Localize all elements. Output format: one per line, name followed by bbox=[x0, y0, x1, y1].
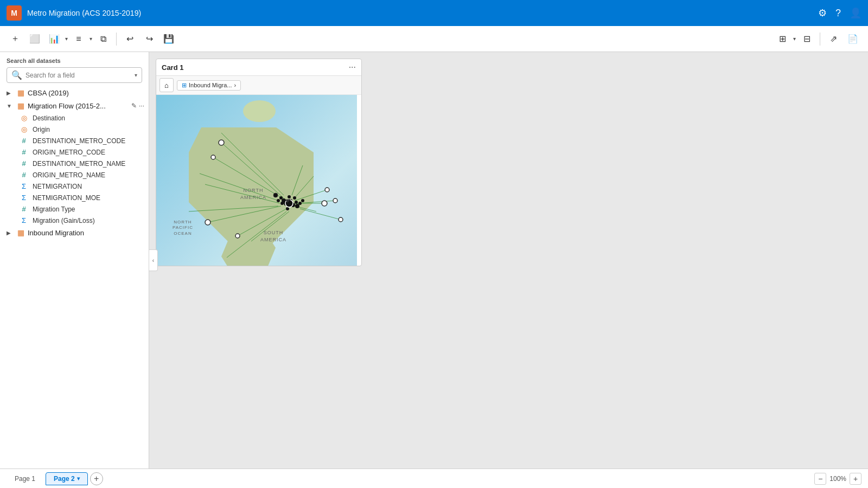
page1-tab[interactable]: Page 1 bbox=[7, 472, 43, 485]
svg-line-13 bbox=[221, 133, 284, 195]
svg-line-7 bbox=[295, 190, 327, 201]
bottombar: Page 1 Page 2 ▾ + − 100% + bbox=[0, 468, 868, 488]
netmigration-moe-label: NETMIGRATION_MOE bbox=[33, 194, 100, 202]
new-card-button[interactable]: ⬜ bbox=[26, 30, 43, 48]
undo-button[interactable]: ↩ bbox=[121, 30, 138, 48]
share-btn[interactable]: ⇗ bbox=[825, 30, 842, 48]
card-breadcrumb[interactable]: ⊞ Inbound Migra... › bbox=[177, 80, 241, 91]
card-menu-btn[interactable]: ··· bbox=[349, 62, 356, 72]
svg-point-38 bbox=[277, 199, 280, 202]
app-icon: M bbox=[7, 5, 22, 21]
field-migration-type[interactable]: # Migration Type bbox=[0, 203, 149, 215]
zoom-out-btn[interactable]: − bbox=[814, 473, 826, 485]
zoom-out-icon: − bbox=[818, 474, 822, 483]
svg-point-24 bbox=[273, 193, 278, 197]
new-button[interactable]: ＋ bbox=[7, 30, 24, 48]
layout-chevron[interactable]: ▾ bbox=[793, 36, 796, 42]
help-icon[interactable]: ? bbox=[835, 8, 841, 19]
chart-chevron[interactable]: ▾ bbox=[65, 36, 68, 42]
svg-point-32 bbox=[280, 202, 284, 205]
cbsa-table-icon: ▦ bbox=[17, 88, 24, 97]
top-right-icons: ⚙ ? 👤 bbox=[818, 7, 861, 19]
dest-metro-code-label: DESTINATION_METRO_CODE bbox=[33, 137, 125, 145]
sidebar-collapse-btn[interactable]: ‹ bbox=[149, 249, 158, 271]
chart-button[interactable]: 📊 bbox=[46, 30, 63, 48]
save-button[interactable]: 💾 bbox=[160, 30, 177, 48]
destination-geo-icon: ◎ bbox=[20, 114, 28, 122]
page2-dropdown-chevron[interactable]: ▾ bbox=[77, 476, 80, 481]
zoom-in-btn[interactable]: + bbox=[850, 473, 861, 485]
export-btn[interactable]: 📄 bbox=[844, 30, 861, 48]
svg-point-30 bbox=[295, 201, 298, 204]
migration-type-icon: # bbox=[20, 205, 28, 213]
dataset-cbsa[interactable]: ▶ ▦ CBSA (2019) bbox=[0, 86, 149, 99]
svg-point-20 bbox=[322, 201, 327, 206]
field-netmigration-moe[interactable]: Σ NETMIGRATION_MOE bbox=[0, 192, 149, 203]
toolbar-sep-2 bbox=[820, 33, 820, 46]
field-migration-gain-loss[interactable]: Σ Migration (Gain/Loss) bbox=[0, 215, 149, 226]
breadcrumb-text: Inbound Migra... bbox=[189, 82, 232, 88]
field-destination[interactable]: ◎ Destination bbox=[0, 112, 149, 124]
inbound-table-icon: ▦ bbox=[17, 228, 24, 237]
inbound-migration-label: Inbound Migration bbox=[28, 229, 144, 237]
svg-point-36 bbox=[298, 202, 302, 205]
migration-gain-loss-icon: Σ bbox=[20, 216, 28, 224]
layout-view-btn[interactable]: ⊞ bbox=[774, 30, 791, 48]
toolbar-right: ⊞ ▾ ⊟ ⇗ 📄 bbox=[774, 30, 861, 48]
map-home-btn[interactable]: ⌂ bbox=[159, 78, 174, 92]
origin-metro-code-label: ORIGIN_METRO_CODE bbox=[33, 149, 105, 156]
field-netmigration[interactable]: Σ NETMIGRATION bbox=[0, 181, 149, 192]
svg-point-22 bbox=[333, 198, 337, 203]
grid-view-btn[interactable]: ⊟ bbox=[798, 30, 815, 48]
more-icon[interactable]: ··· bbox=[139, 102, 144, 110]
page2-tab[interactable]: Page 2 ▾ bbox=[46, 472, 88, 485]
origin-node bbox=[219, 140, 224, 145]
field-origin[interactable]: ◎ Origin bbox=[0, 124, 149, 135]
user-avatar[interactable]: 👤 bbox=[850, 7, 861, 19]
field-dest-metro-name[interactable]: # DESTINATION_METRO_NAME bbox=[0, 158, 149, 169]
table-chevron[interactable]: ▾ bbox=[90, 36, 92, 42]
svg-point-19 bbox=[235, 234, 240, 238]
svg-line-11 bbox=[205, 184, 280, 203]
card-header: Card 1 ··· bbox=[156, 59, 361, 76]
migration-expand-arrow: ▼ bbox=[7, 103, 14, 109]
settings-icon[interactable]: ⚙ bbox=[818, 7, 827, 19]
origin-metro-name-icon: # bbox=[20, 171, 28, 179]
field-origin-metro-code[interactable]: # ORIGIN_METRO_CODE bbox=[0, 146, 149, 158]
card-title: Card 1 bbox=[162, 63, 344, 72]
edit-icon[interactable]: ✎ bbox=[131, 102, 137, 110]
table-button[interactable]: ≡ bbox=[70, 30, 87, 48]
card-toolbar: ⌂ ⊞ Inbound Migra... › bbox=[156, 76, 361, 95]
add-page-icon: + bbox=[94, 474, 99, 484]
search-box[interactable]: 🔍 ▾ bbox=[7, 67, 142, 83]
redo-button[interactable]: ↪ bbox=[141, 30, 158, 48]
svg-point-21 bbox=[325, 188, 329, 192]
flow-lines-svg bbox=[156, 95, 357, 266]
svg-point-23 bbox=[339, 217, 343, 222]
zoom-in-icon: + bbox=[853, 474, 858, 483]
filter-button[interactable]: ⧉ bbox=[94, 30, 112, 48]
topbar: M Metro Migration (ACS 2015-2019) ⚙ ? 👤 bbox=[0, 0, 868, 26]
search-icon: 🔍 bbox=[11, 70, 22, 80]
dataset-inbound-migration[interactable]: ▶ ▦ Inbound Migration bbox=[0, 226, 149, 239]
svg-point-31 bbox=[288, 195, 291, 198]
content-area: Card 1 ··· ⌂ ⊞ Inbound Migra... › bbox=[149, 52, 868, 468]
svg-line-10 bbox=[200, 174, 278, 201]
svg-point-37 bbox=[301, 199, 304, 202]
migration-table-icon: ▦ bbox=[17, 101, 24, 110]
map-container[interactable]: NORTHAMERICA SOUTHAMERICA NorthPacificOc… bbox=[156, 95, 357, 266]
dataset-migration-flow[interactable]: ▼ ▦ Migration Flow (2015-2... ✎ ··· bbox=[0, 99, 149, 112]
origin-metro-name-label: ORIGIN_METRO_NAME bbox=[33, 171, 105, 179]
origin-geo-icon: ◎ bbox=[20, 125, 28, 133]
field-dest-metro-code[interactable]: # DESTINATION_METRO_CODE bbox=[0, 135, 149, 146]
svg-line-3 bbox=[238, 209, 286, 236]
add-page-btn[interactable]: + bbox=[90, 472, 103, 485]
migration-label: Migration Flow (2015-2... bbox=[28, 102, 128, 110]
svg-line-12 bbox=[189, 206, 278, 211]
search-input[interactable] bbox=[25, 72, 131, 79]
search-chevron[interactable]: ▾ bbox=[135, 72, 137, 78]
field-origin-metro-name[interactable]: # ORIGIN_METRO_NAME bbox=[0, 169, 149, 181]
cbsa-label: CBSA (2019) bbox=[28, 89, 144, 97]
migration-gain-loss-label: Migration (Gain/Loss) bbox=[33, 217, 95, 224]
toolbar: ＋ ⬜ 📊 ▾ ≡ ▾ ⧉ ↩ ↪ 💾 ⊞ ▾ ⊟ ⇗ 📄 bbox=[0, 26, 868, 52]
